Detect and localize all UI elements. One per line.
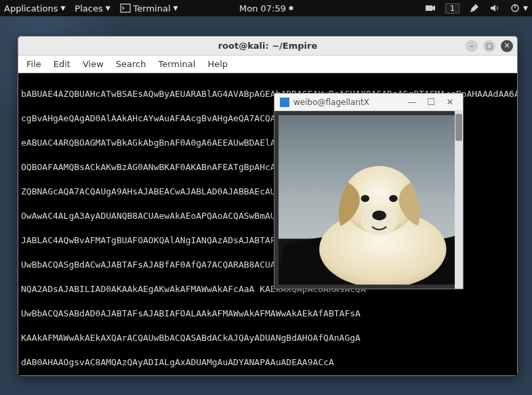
close-button[interactable]: ✕	[443, 97, 457, 107]
menu-applications-label: Applications	[4, 3, 58, 14]
app-icon	[280, 98, 289, 107]
menu-file[interactable]: File	[26, 59, 41, 69]
image-viewer-title: weibo@flagellantX	[293, 98, 369, 107]
close-button[interactable]: ✕	[501, 40, 513, 52]
tray-edit-icon[interactable]	[469, 3, 480, 14]
menu-view[interactable]: View	[83, 59, 104, 69]
maximize-button[interactable]: ▢	[483, 40, 495, 52]
maximize-button[interactable]: ☐	[424, 97, 438, 107]
b64-line: dAB0AHAAOgsvAC8AMQAzQAyADIALgAxADUAMgAuA…	[21, 356, 514, 369]
menu-places-label: Places	[75, 3, 102, 14]
workspace-indicator[interactable]: 1	[445, 3, 459, 14]
system-top-bar: Applications ▼ Places ▼ Terminal ▼ Mon 0…	[0, 0, 532, 16]
svg-point-11	[389, 195, 398, 202]
minimize-button[interactable]: –	[466, 40, 478, 52]
caret-down-icon: ▼	[106, 5, 110, 12]
caret-down-icon: ▼	[173, 5, 178, 12]
minimize-button[interactable]: —	[405, 97, 420, 107]
terminal-icon	[120, 3, 131, 14]
dog-photo	[279, 115, 459, 285]
terminal-titlebar[interactable]: root@kali: ~/Empire – ▢ ✕	[18, 37, 517, 56]
notification-dot-icon	[289, 6, 293, 10]
caret-down-icon: ▼	[523, 5, 528, 12]
tray-power-menu[interactable]: ▼	[510, 3, 528, 14]
workspace-number: 1	[450, 4, 455, 13]
menu-terminal[interactable]: Terminal ▼	[120, 3, 178, 14]
tray-volume-icon[interactable]	[489, 3, 500, 14]
menu-places[interactable]: Places ▼	[75, 3, 110, 14]
b64-line: UwBbACQASABdAD0AJABTAFsAJABIAFOALAAkAFMA…	[21, 308, 514, 320]
menu-applications[interactable]: Applications ▼	[4, 3, 65, 14]
tray-video-icon[interactable]	[425, 3, 436, 14]
menu-terminal-tab[interactable]: Terminal	[158, 59, 195, 69]
image-viewer-titlebar[interactable]: weibo@flagellantX — ☐ ✕	[274, 93, 463, 111]
menu-search[interactable]: Search	[116, 59, 146, 69]
image-scrollbar[interactable]	[455, 111, 463, 289]
svg-rect-1	[426, 5, 432, 11]
menu-edit[interactable]: Edit	[54, 59, 70, 69]
scrollbar-thumb[interactable]	[455, 114, 462, 141]
svg-rect-0	[121, 4, 130, 12]
menu-help[interactable]: Help	[207, 59, 228, 69]
image-viewer-window: weibo@flagellantX — ☐ ✕	[274, 93, 464, 289]
terminal-title: root@kali: ~/Empire	[218, 41, 318, 51]
svg-point-9	[372, 211, 386, 221]
svg-point-10	[361, 195, 370, 202]
image-viewer-body[interactable]	[274, 111, 463, 289]
clock[interactable]: Mon 07:59	[239, 3, 293, 14]
power-icon	[510, 3, 520, 14]
caret-down-icon: ▼	[60, 5, 65, 12]
terminal-menubar: File Edit View Search Terminal Help	[18, 56, 517, 73]
menu-terminal-label: Terminal	[134, 3, 171, 14]
b64-line: KAAkAFMAWwAkAEkAXQArACQAUwBbACQASABdACkA…	[21, 332, 514, 344]
clock-label: Mon 07:59	[239, 3, 286, 14]
